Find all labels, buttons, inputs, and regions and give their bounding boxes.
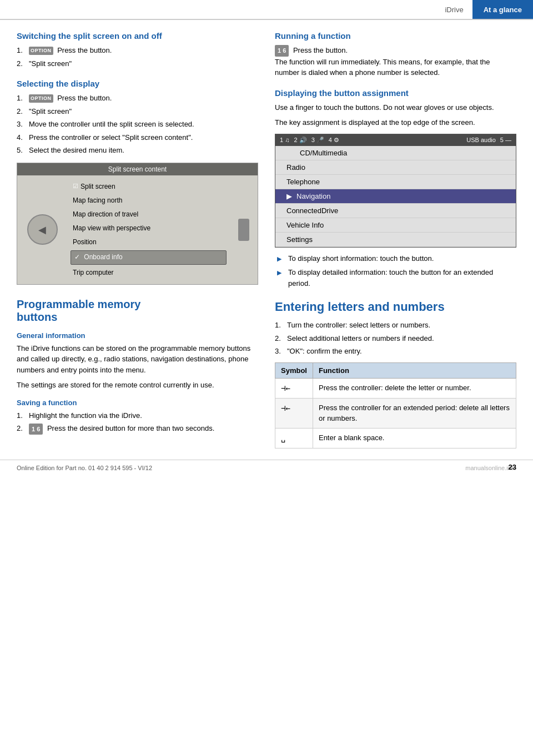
split-screen-box: Split screen content ◀ ☑ Split screen Ma…	[17, 163, 258, 285]
bullet-item-2: ▶ To display detailed information: touch…	[275, 267, 516, 289]
menu-item-map-direction: Map direction of travel	[67, 208, 230, 221]
bullet-list: ▶ To display short information: touch th…	[275, 253, 516, 289]
running-mem-icon: 1 6	[275, 45, 289, 57]
page-header: iDrive At a glance	[0, 0, 533, 20]
displaying-text-1: Use a finger to touch the buttons. Do no…	[275, 102, 516, 113]
option-icon-2: OPTION	[29, 94, 53, 103]
general-subtitle: General information	[17, 331, 258, 340]
topbar-right-num: 5 —	[500, 137, 511, 143]
function-cell-1: Press the controller: delete the letter …	[313, 378, 516, 398]
screen-menu-row-navigation: ▶Navigation	[275, 189, 516, 204]
menu-item-position: Position	[67, 235, 230, 249]
header-idrive-label: iDrive	[436, 0, 472, 19]
entering-step-2: 2. Select additional letters or numbers …	[275, 333, 516, 344]
general-text-1: The iDrive functions can be stored on th…	[17, 343, 258, 376]
menu-item-trip-computer: Trip computer	[67, 266, 230, 280]
topbar-item-3: 3 🎤	[311, 137, 324, 144]
screen-menu-row-vehicle: Vehicle Info	[275, 218, 516, 233]
bullet-arrow-2: ▶	[277, 268, 285, 289]
switching-step-2: 2. "Split screen"	[17, 58, 258, 69]
function-cell-2: Press the controller for an extended per…	[313, 398, 516, 428]
menu-item-split-screen: ☑ Split screen	[67, 180, 230, 194]
table-row: ⊣← Press the controller: delete the lett…	[275, 378, 516, 398]
running-text: 1 6 Press the button. The function will …	[275, 45, 516, 78]
table-row: ␣ Enter a blank space.	[275, 428, 516, 448]
selecting-title: Selecting the display	[17, 79, 258, 88]
entering-steps: 1. Turn the controller: select letters o…	[275, 320, 516, 357]
left-column: Switching the split screen on and off 1.…	[17, 31, 258, 448]
screen-menu-row-cd: CD/Multimedia	[275, 146, 516, 160]
topbar-item-4: 4 ⚙	[329, 137, 339, 144]
running-title: Running a function	[275, 31, 516, 41]
entering-title: Entering letters and numbers	[275, 300, 516, 314]
screen-topbar: 1 ♫ 2 🔊 3 🎤 4 ⚙ USB audio 5 —	[275, 134, 516, 146]
scroll-handle	[238, 219, 249, 241]
screen-menu: CD/Multimedia Radio Telephone ▶Navigatio…	[275, 146, 516, 247]
topbar-item-2: 2 🔊	[294, 137, 306, 144]
programmable-title: Programmable memorybuttons	[17, 298, 258, 324]
nav-controller: ◀	[17, 179, 67, 281]
switching-title: Switching the split screen on and off	[17, 31, 258, 41]
general-text-2: The settings are stored for the remote c…	[17, 380, 258, 391]
screen-menu-row-settings: Settings	[275, 233, 516, 247]
table-header-function: Function	[313, 362, 516, 378]
saving-steps: 1. Highlight the function via the iDrive…	[17, 410, 258, 435]
topbar-usb: USB audio	[466, 137, 496, 143]
entering-step-1: 1. Turn the controller: select letters o…	[275, 320, 516, 331]
screen-menu-row-connected: ConnectedDrive	[275, 204, 516, 218]
scroll-area	[230, 179, 258, 281]
menu-item-map-north: Map facing north	[67, 194, 230, 208]
main-content: Switching the split screen on and off 1.…	[0, 20, 533, 460]
mem-btn-icon: 1 6	[29, 424, 43, 435]
selecting-steps: 1. OPTION Press the button. 2. "Split sc…	[17, 93, 258, 156]
footer-text: Online Edition for Part no. 01 40 2 914 …	[17, 465, 152, 471]
selecting-step-1: 1. OPTION Press the button.	[17, 93, 258, 104]
symbol-function-table: Symbol Function ⊣← Press the controller:…	[275, 362, 516, 448]
table-row: ⊣← Press the controller for an extended …	[275, 398, 516, 428]
symbol-cell-2: ⊣←	[275, 398, 313, 428]
screen-display: 1 ♫ 2 🔊 3 🎤 4 ⚙ USB audio 5 — CD/Multime…	[275, 134, 516, 248]
switching-step-1: 1. OPTION Press the button.	[17, 45, 258, 56]
screen-menu-row-radio: Radio	[275, 160, 516, 175]
saving-subtitle: Saving a function	[17, 399, 258, 407]
topbar-item-1: 1 ♫	[280, 137, 289, 143]
bullet-item-1: ▶ To display short information: touch th…	[275, 253, 516, 264]
saving-step-2: 2. 1 6 Press the desired button for more…	[17, 423, 258, 435]
page-footer: Online Edition for Part no. 01 40 2 914 …	[0, 460, 533, 476]
nav-left-arrow: ◀	[38, 224, 46, 236]
menu-item-onboard-info: ✓ Onboard info	[71, 250, 227, 264]
option-icon-1: OPTION	[29, 47, 53, 56]
function-cell-3: Enter a blank space.	[313, 428, 516, 448]
symbol-cell-1: ⊣←	[275, 378, 313, 398]
table-header-symbol: Symbol	[275, 362, 313, 378]
selecting-step-3: 3. Move the controller until the split s…	[17, 119, 258, 130]
screen-menu-row-telephone: Telephone	[275, 175, 516, 189]
selecting-step-2: 2. "Split screen"	[17, 106, 258, 117]
displaying-text-2: The key assignment is displayed at the t…	[275, 117, 516, 128]
page-number: 23	[509, 463, 516, 471]
bullet-arrow-1: ▶	[277, 254, 285, 264]
split-screen-titlebar: Split screen content	[17, 163, 258, 175]
entering-step-3: 3. "OK": confirm the entry.	[275, 346, 516, 357]
split-screen-menu: ☑ Split screen Map facing north Map dire…	[67, 179, 230, 281]
header-at-a-glance-label: At a glance	[472, 0, 533, 19]
right-column: Running a function 1 6 Press the button.…	[275, 31, 516, 448]
selecting-step-5: 5. Select the desired menu item.	[17, 145, 258, 156]
switching-steps: 1. OPTION Press the button. 2. "Split sc…	[17, 45, 258, 69]
symbol-cell-3: ␣	[275, 428, 313, 448]
selecting-step-4: 4. Press the controller or select "Split…	[17, 132, 258, 143]
split-screen-body: ◀ ☑ Split screen Map facing north Map di…	[17, 175, 258, 284]
displaying-title: Displaying the button assignment	[275, 88, 516, 98]
menu-item-map-perspective: Map view with perspective	[67, 221, 230, 235]
saving-step-1: 1. Highlight the function via the iDrive…	[17, 410, 258, 421]
nav-circle: ◀	[27, 214, 58, 245]
